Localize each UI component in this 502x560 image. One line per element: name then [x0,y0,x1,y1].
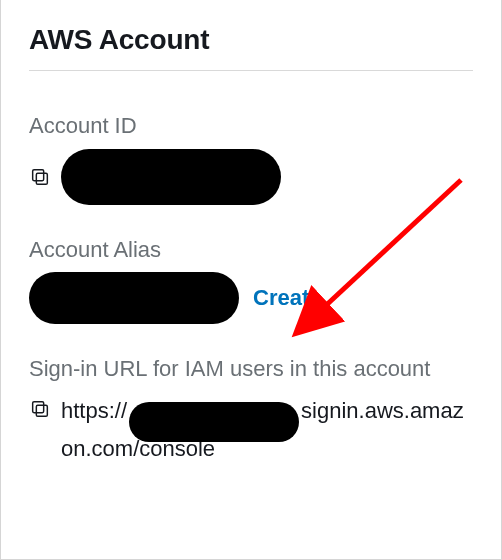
account-alias-label: Account Alias [29,235,473,265]
signin-url-prefix: https:// [61,398,127,423]
signin-url-row: https://signin.aws.amazon.com/console [29,392,473,466]
svg-rect-2 [36,405,47,416]
panel-title: AWS Account [29,24,473,56]
account-id-label: Account ID [29,111,473,141]
account-id-value-redacted [61,149,281,205]
svg-rect-3 [33,402,44,413]
signin-url-mid-redacted [129,402,299,442]
copy-icon[interactable] [29,398,51,420]
signin-url-label: Sign-in URL for IAM users in this accoun… [29,354,473,384]
account-alias-row: Create [29,272,473,324]
account-alias-value-redacted [29,272,239,324]
aws-account-panel: AWS Account Account ID Account Alias Cre… [0,0,502,560]
signin-url-value: https://signin.aws.amazon.com/console [61,392,473,466]
divider [29,70,473,71]
svg-rect-0 [36,173,47,184]
svg-rect-1 [33,169,44,180]
create-alias-link[interactable]: Create [253,285,321,311]
account-id-row [29,149,473,205]
copy-icon[interactable] [29,166,51,188]
